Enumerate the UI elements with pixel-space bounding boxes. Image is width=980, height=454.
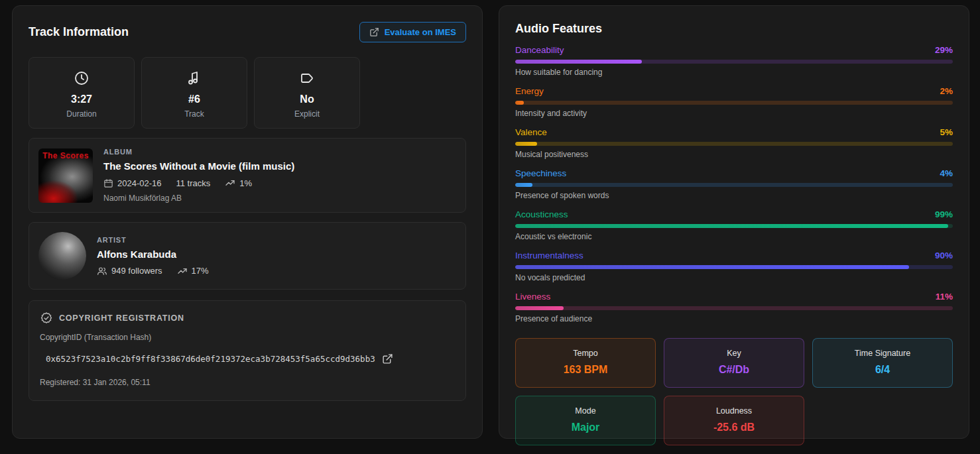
feature-description: Musical positiveness: [515, 150, 953, 159]
feature-bar-track: [515, 224, 953, 228]
feature-bar-fill: [515, 101, 524, 105]
evaluate-on-imes-button[interactable]: Evaluate on IMES: [359, 22, 466, 42]
feature-label: Valence: [515, 127, 547, 137]
album-title: The Scores Without a Movie (film music): [103, 160, 294, 172]
feature-bar-track: [515, 142, 953, 146]
duration-value: 3:27: [36, 93, 127, 105]
album-art-title-text: The Scores: [38, 151, 93, 160]
explicit-label: Explicit: [261, 109, 353, 119]
album-art-image: The Scores: [38, 148, 93, 203]
feature-label: Speechiness: [515, 168, 566, 178]
metric-label: Mode: [522, 406, 648, 416]
album-publisher: Naomi Musikförlag AB: [103, 194, 294, 203]
track-number-value: #6: [149, 93, 240, 105]
feature-instrumentalness: Instrumentalness 90% No vocals predicted: [515, 251, 953, 282]
feature-bar-track: [515, 306, 953, 310]
feature-bar-fill: [515, 224, 948, 228]
time-signature-card: Time Signature 6/4: [812, 338, 953, 388]
feature-value: 11%: [936, 292, 953, 302]
users-icon: [97, 266, 107, 276]
feature-liveness: Liveness 11% Presence of audience: [515, 292, 953, 323]
feature-bar-track: [515, 265, 953, 269]
key-card: Key C#/Db: [664, 338, 804, 388]
feature-description: No vocals predicted: [515, 273, 953, 282]
track-information-title: Track Information: [29, 25, 129, 39]
audio-features-panel: Audio Features Danceability 29% How suit…: [499, 5, 969, 439]
feature-description: Intensity and activity: [515, 109, 953, 118]
feature-bar-fill: [515, 60, 642, 64]
feature-energy: Energy 2% Intensity and activity: [515, 86, 953, 118]
hash-external-link-icon[interactable]: [382, 353, 393, 365]
album-trend: 1%: [225, 178, 252, 188]
feature-value: 5%: [940, 127, 953, 137]
feature-label: Liveness: [515, 292, 550, 302]
feature-bar-fill: [515, 142, 537, 146]
external-link-icon: [369, 27, 379, 37]
trending-up-icon: [225, 178, 235, 188]
feature-bar-track: [515, 183, 953, 187]
feature-bar-track: [515, 101, 953, 105]
feature-description: Acoustic vs electronic: [515, 232, 953, 241]
artist-avatar: [38, 232, 86, 280]
calendar-icon: [103, 178, 113, 188]
artist-card[interactable]: ARTIST Alfons Karabuda 949 followers: [29, 222, 466, 290]
feature-danceability: Danceability 29% How suitable for dancin…: [515, 45, 953, 77]
artist-trend: 17%: [177, 266, 209, 276]
track-number-label: Track: [149, 109, 240, 119]
artist-kicker: ARTIST: [97, 236, 209, 244]
duration-label: Duration: [36, 109, 127, 119]
metric-value: C#/Db: [671, 364, 797, 376]
album-card[interactable]: The Scores ALBUM The Scores Without a Mo…: [29, 138, 466, 213]
feature-description: How suitable for dancing: [515, 68, 953, 77]
audio-metrics-grid: Tempo 163 BPM Key C#/Db Time Signature 6…: [515, 338, 953, 445]
feature-bar-fill: [515, 306, 564, 310]
feature-value: 4%: [940, 168, 953, 178]
copyright-registration-card: COPYRIGHT REGISTRATION CopyrightID (Tran…: [29, 300, 466, 401]
feature-acousticness: Acousticness 99% Acoustic vs electronic: [515, 209, 953, 241]
tag-icon: [261, 70, 353, 87]
album-details: ALBUM The Scores Without a Movie (film m…: [103, 148, 294, 203]
feature-bar-fill: [515, 265, 909, 269]
copyright-field-label: CopyrightID (Transaction Hash): [40, 333, 455, 342]
artist-name: Alfons Karabuda: [97, 249, 209, 260]
feature-speechiness: Speechiness 4% Presence of spoken words: [515, 168, 953, 200]
feature-description: Presence of spoken words: [515, 191, 953, 200]
music-note-icon: [149, 70, 240, 87]
copyright-title: COPYRIGHT REGISTRATION: [59, 313, 184, 323]
transaction-hash: 0x6523f7523a10c2bf9ff8f33867d6de0f219372…: [46, 354, 375, 364]
explicit-stat-card: No Explicit: [254, 57, 360, 129]
feature-bar-track: [515, 60, 953, 64]
artist-details: ARTIST Alfons Karabuda 949 followers: [97, 236, 209, 276]
trending-up-icon: [177, 266, 188, 276]
metric-label: Key: [671, 349, 797, 358]
feature-value: 90%: [935, 251, 953, 260]
registered-date: Registered: 31 Jan 2026, 05:11: [40, 378, 455, 387]
track-number-stat-card: #6 Track: [141, 57, 247, 129]
feature-label: Energy: [515, 86, 544, 96]
loudness-card: Loudness -25.6 dB: [664, 396, 804, 445]
feature-value: 99%: [935, 209, 953, 219]
metric-value: -25.6 dB: [671, 422, 797, 433]
feature-label: Danceability: [515, 45, 564, 55]
feature-value: 2%: [940, 86, 953, 96]
audio-features-title: Audio Features: [515, 22, 953, 36]
metric-value: 163 BPM: [522, 364, 648, 376]
feature-description: Presence of audience: [515, 314, 953, 323]
feature-label: Acousticness: [515, 209, 568, 219]
album-track-count: 11 tracks: [176, 178, 211, 188]
metric-value: Major: [522, 422, 648, 433]
mode-card: Mode Major: [515, 396, 656, 445]
page: Track Information Evaluate on IMES 3:27 …: [0, 0, 980, 439]
feature-value: 29%: [935, 45, 953, 55]
metric-label: Loudness: [671, 406, 797, 416]
feature-label: Instrumentalness: [515, 251, 583, 260]
evaluate-button-label: Evaluate on IMES: [385, 27, 456, 37]
track-information-panel: Track Information Evaluate on IMES 3:27 …: [12, 5, 483, 439]
metric-label: Time Signature: [820, 349, 946, 358]
clock-icon: [36, 70, 127, 87]
album-kicker: ALBUM: [103, 148, 294, 156]
verified-seal-icon: [40, 312, 53, 325]
artist-followers: 949 followers: [97, 266, 162, 276]
metric-value: 6/4: [820, 364, 946, 376]
feature-valence: Valence 5% Musical positiveness: [515, 127, 953, 159]
